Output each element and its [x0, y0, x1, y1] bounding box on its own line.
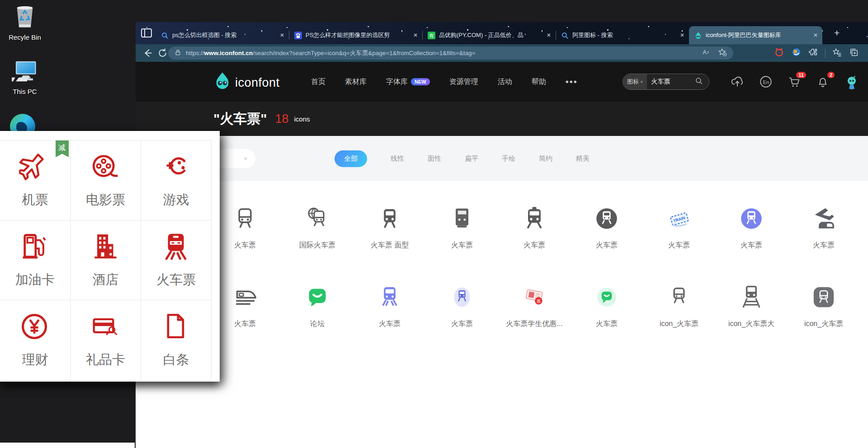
overlay-cell-6[interactable]: 理财	[0, 300, 71, 380]
browser-tab-1[interactable]: PS怎么样才能把图像里的选区剪✕	[289, 26, 422, 44]
nav-more-icon[interactable]: •••	[566, 77, 578, 87]
tab-close-icon[interactable]: ✕	[547, 32, 551, 38]
icon-result[interactable]: 国际火车票	[281, 185, 354, 263]
icon-result[interactable]: 火车票	[715, 185, 788, 263]
icon-result[interactable]: 火车票	[571, 263, 643, 342]
nav-item-4[interactable]: 活动	[498, 77, 512, 87]
overlay-cell-7[interactable]: 礼品卡	[71, 300, 141, 380]
nav-item-2[interactable]: 字体库NEW	[386, 77, 430, 87]
icon-result[interactable]: icon_火车票大	[715, 263, 788, 342]
favorites-add-icon[interactable]	[718, 48, 727, 58]
desktop-icon-recycle-bin[interactable]: Recyle Bin	[0, 4, 59, 41]
notifications-bell-icon[interactable]: 2	[816, 75, 830, 89]
icon-result[interactable]: 火车票	[571, 185, 643, 263]
icon-result-label: 火车票	[741, 241, 762, 250]
icon-result[interactable]: 火车票	[354, 263, 426, 342]
nav-item-1[interactable]: 素材库	[345, 77, 367, 87]
tab-bar: ps怎么切出框选图 - 搜索✕PS怎么样才能把图像里的选区剪✕有品优购(PY.C…	[136, 22, 868, 44]
svg-text:惠: 惠	[536, 299, 541, 303]
pump-red-icon	[19, 231, 52, 264]
header-search[interactable]: 图标 ▾ 火车票	[623, 74, 709, 90]
desktop-icon-this-pc[interactable]: This PC	[0, 59, 59, 95]
overlay-cell-label: 理财	[22, 351, 48, 369]
new-badge: NEW	[411, 78, 430, 85]
upload-cloud-icon[interactable]	[731, 75, 744, 89]
language-icon[interactable]: En	[759, 75, 773, 89]
icon-result-label: 火车票	[524, 241, 545, 250]
style-filter-5[interactable]: 简约	[539, 154, 552, 163]
browser-tab-3[interactable]: 阿里图标 - 搜索✕	[556, 26, 689, 44]
collections-icon[interactable]	[849, 47, 859, 59]
style-filter-6[interactable]: 精美	[576, 154, 590, 163]
nav-item-label: 首页	[311, 77, 326, 87]
bell-badge: 2	[827, 72, 835, 78]
overlay-cell-0[interactable]: 机票减	[0, 140, 71, 220]
style-filter-4[interactable]: 手绘	[502, 154, 515, 163]
style-filter-2[interactable]: 面性	[428, 154, 441, 163]
plane-train-icon	[811, 205, 837, 232]
overlay-grid: 机票减电影票游戏加油卡酒店火车票理财礼品卡白条	[0, 140, 212, 380]
tab-close-icon[interactable]: ✕	[680, 32, 684, 38]
tab-close-icon[interactable]: ✕	[280, 32, 284, 38]
browser-tab-2[interactable]: 有品优购(PY.COM) - 正品低价、品✕	[422, 26, 556, 44]
icon-result[interactable]: 火车票	[788, 185, 860, 263]
result-bar: "火车票" 18 icons	[136, 102, 868, 136]
nav-item-label: 字体库	[386, 77, 408, 87]
style-filter-3[interactable]: 扁平	[465, 154, 478, 163]
tab-close-icon[interactable]: ✕	[413, 32, 418, 38]
address-bar[interactable]: https://www.iconfont.cn/search/index?sea…	[168, 47, 733, 60]
overlay-cell-4[interactable]: 酒店	[71, 220, 141, 300]
overlay-cell-3[interactable]: 加油卡	[0, 220, 71, 300]
icon-result[interactable]: 火车票	[426, 185, 498, 263]
hotel-red-icon	[90, 231, 122, 264]
back-icon[interactable]	[142, 47, 153, 59]
user-avatar[interactable]	[844, 75, 858, 89]
search-input[interactable]: 火车票	[647, 78, 695, 86]
icon-result[interactable]: 火车票	[209, 263, 281, 342]
nav-item-label: 帮助	[532, 77, 546, 87]
icon-result[interactable]: 论坛	[281, 263, 354, 342]
style-filter-0[interactable]: 全部	[335, 150, 367, 167]
nav-item-5[interactable]: 帮助	[532, 77, 546, 87]
overlay-cell-8[interactable]: 白条	[141, 300, 212, 380]
cart-icon[interactable]: 11	[788, 75, 801, 89]
icon-result[interactable]: 火车票	[426, 263, 498, 342]
nav-item-0[interactable]: 首页	[311, 77, 326, 87]
cart-badge: 11	[796, 72, 806, 78]
search-icon[interactable]	[695, 77, 709, 87]
bottom-window-strip	[0, 443, 135, 448]
iconfont-logo[interactable]: iconfont	[213, 72, 280, 93]
train-rounded-dark-icon	[811, 284, 837, 310]
icon-result-label: icon_火车票大	[728, 319, 774, 329]
extension-blue-icon[interactable]	[791, 47, 802, 59]
extensions-puzzle-icon[interactable]	[808, 47, 818, 59]
overlay-cell-1[interactable]: 电影票	[71, 140, 141, 220]
browser-tab-4[interactable]: iconfont-阿里巴巴矢量图标库✕	[689, 26, 822, 44]
browser-tab-0[interactable]: ps怎么切出框选图 - 搜索✕	[156, 26, 289, 44]
icon-result[interactable]: icon_火车票	[788, 263, 860, 342]
search-category-dropdown[interactable]: 图标 ▾	[623, 74, 647, 89]
overlay-cell-label: 游戏	[163, 191, 189, 209]
refresh-icon[interactable]	[157, 47, 168, 59]
icon-result[interactable]: 火车票	[209, 185, 281, 263]
icon-result[interactable]: TRAIN火车票	[643, 185, 715, 263]
search-favicon	[561, 32, 569, 39]
recycle-bin-icon	[13, 23, 37, 31]
film-red-icon	[90, 151, 122, 184]
icon-result-label: icon_火车票	[804, 319, 843, 329]
new-tab-button[interactable]: +	[834, 28, 840, 37]
yuan-red-icon	[19, 311, 52, 344]
extension-red-icon[interactable]	[774, 47, 784, 59]
favorites-bar-icon[interactable]	[832, 47, 842, 59]
icon-result[interactable]: 火车票	[498, 185, 571, 263]
read-aloud-icon[interactable]: A	[702, 48, 711, 58]
overlay-cell-5[interactable]: 火车票	[141, 220, 212, 300]
icon-result[interactable]: 火车票 面型	[354, 185, 426, 263]
icon-result[interactable]: icon_火车票	[643, 263, 715, 342]
overlay-cell-2[interactable]: 游戏	[141, 140, 212, 220]
tab-close-icon[interactable]: ✕	[813, 32, 818, 38]
nav-item-3[interactable]: 资源管理	[449, 77, 478, 87]
icon-result[interactable]: 惠火车票学生优惠...	[498, 263, 571, 342]
tab-actions-menu-icon[interactable]	[141, 28, 152, 37]
style-filter-1[interactable]: 线性	[391, 154, 404, 163]
